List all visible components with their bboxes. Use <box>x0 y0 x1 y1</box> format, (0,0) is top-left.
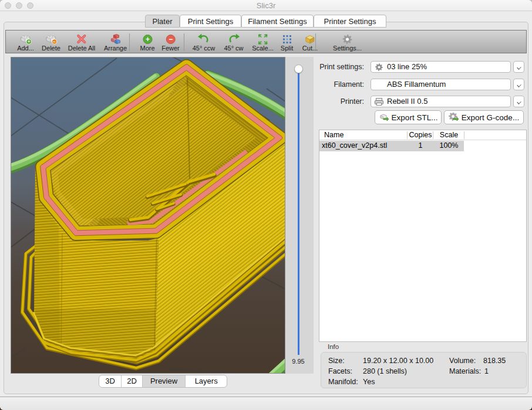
svg-text:−: − <box>169 35 173 43</box>
svg-text:+: + <box>145 35 149 43</box>
svg-text:−: − <box>53 39 56 45</box>
svg-text:+: + <box>28 39 31 45</box>
